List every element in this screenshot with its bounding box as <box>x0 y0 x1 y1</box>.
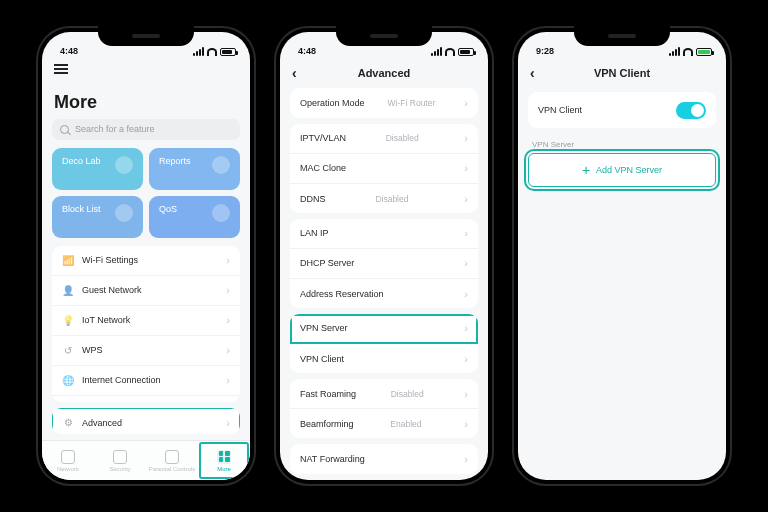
chevron-right-icon: › <box>464 227 468 239</box>
battery-icon <box>458 48 474 56</box>
more-tab-icon <box>217 450 231 464</box>
clock: 9:28 <box>536 46 554 56</box>
row-advanced[interactable]: ⚙Advanced› <box>52 408 240 434</box>
chevron-right-icon: › <box>464 322 468 334</box>
row-vpn-client-toggle: VPN Client <box>528 92 716 128</box>
header-title: VPN Client <box>594 67 650 79</box>
row-vpn-client[interactable]: VPN Client› <box>290 344 478 373</box>
group-nat: NAT Forwarding› <box>290 444 478 474</box>
row-address-reservation[interactable]: Address Reservation› <box>290 279 478 308</box>
chevron-right-icon: › <box>464 418 468 430</box>
chevron-right-icon: › <box>464 388 468 400</box>
group-mode: Operation ModeWi-Fi Router› <box>290 88 478 118</box>
chevron-right-icon: › <box>464 97 468 109</box>
row-lan-ip[interactable]: LAN IP› <box>290 219 478 249</box>
wifi-icon <box>207 48 217 56</box>
tab-security[interactable]: Security <box>94 441 146 480</box>
menu-icon[interactable] <box>54 64 68 74</box>
wifi-icon <box>683 48 693 56</box>
group-wireless: Fast RoamingDisabled› BeamformingEnabled… <box>290 379 478 438</box>
chevron-right-icon: › <box>464 288 468 300</box>
row-iptv-vlan[interactable]: IPTV/VLANDisabled› <box>290 124 478 154</box>
row-ddns[interactable]: DDNSDisabled› <box>290 184 478 213</box>
row-dhcp-server[interactable]: DHCP Server› <box>290 249 478 279</box>
guest-icon: 👤 <box>62 284 74 296</box>
row-operation-mode[interactable]: Operation ModeWi-Fi Router› <box>290 88 478 118</box>
phone-vpn-client: 9:28 ‹ VPN Client VPN Client VPN Server … <box>512 26 732 486</box>
group-network-ext: IPTV/VLANDisabled› MAC Clone› DDNSDisabl… <box>290 124 478 213</box>
row-fast-roaming[interactable]: Fast RoamingDisabled› <box>290 379 478 409</box>
plus-icon: + <box>582 163 590 177</box>
group-lan: LAN IP› DHCP Server› Address Reservation… <box>290 219 478 308</box>
row-internet-connection[interactable]: 🌐Internet Connection› <box>52 366 240 396</box>
wifi-settings-icon: 📶 <box>62 254 74 266</box>
section-vpn-server: VPN Server <box>528 134 716 153</box>
phone-advanced: 4:48 ‹ Advanced Operation ModeWi-Fi Rout… <box>274 26 494 486</box>
signal-icon <box>193 47 204 56</box>
search-input[interactable]: Search for a feature <box>52 119 240 140</box>
tile-qos[interactable]: QoS <box>149 196 240 238</box>
header: ‹ VPN Client <box>518 58 726 88</box>
network-tab-icon <box>61 450 75 464</box>
back-button[interactable]: ‹ <box>292 65 297 81</box>
signal-icon <box>431 47 442 56</box>
group-vpn: VPN Server› VPN Client› <box>290 314 478 373</box>
chevron-right-icon: › <box>226 344 230 356</box>
vpn-toggle-list: VPN Client <box>528 92 716 128</box>
advanced-list: ⚙Advanced› <box>52 408 240 434</box>
vpn-client-toggle[interactable] <box>676 102 706 119</box>
tile-block-list[interactable]: Block List <box>52 196 143 238</box>
chevron-right-icon: › <box>226 284 230 296</box>
row-mac-clone[interactable]: MAC Clone› <box>290 154 478 184</box>
row-wifi-settings[interactable]: 📶Wi-Fi Settings› <box>52 246 240 276</box>
chevron-right-icon: › <box>464 132 468 144</box>
row-iot-network[interactable]: 💡IoT Network› <box>52 306 240 336</box>
topbar <box>42 58 250 88</box>
tile-reports[interactable]: Reports <box>149 148 240 190</box>
chevron-right-icon: › <box>464 257 468 269</box>
clock: 4:48 <box>298 46 316 56</box>
row-network-optimization[interactable]: ✳Network Optimization› <box>52 396 240 402</box>
tab-network[interactable]: Network <box>42 441 94 480</box>
add-vpn-server-button[interactable]: + Add VPN Server <box>528 153 716 187</box>
chevron-right-icon: › <box>226 374 230 386</box>
search-icon <box>60 125 69 134</box>
lab-icon <box>115 156 133 174</box>
qos-icon <box>212 204 230 222</box>
header: ‹ Advanced <box>280 58 488 88</box>
feature-tiles: Deco Lab Reports Block List QoS <box>52 148 240 238</box>
row-wps[interactable]: ↺WPS› <box>52 336 240 366</box>
row-guest-network[interactable]: 👤Guest Network› <box>52 276 240 306</box>
tile-deco-lab[interactable]: Deco Lab <box>52 148 143 190</box>
gear-icon: ⚙ <box>62 417 74 429</box>
battery-icon <box>220 48 236 56</box>
chevron-right-icon: › <box>464 193 468 205</box>
phone-more: 4:48 More Search for a feature Deco Lab … <box>36 26 256 486</box>
parental-tab-icon <box>165 450 179 464</box>
clock: 4:48 <box>60 46 78 56</box>
row-vpn-server[interactable]: VPN Server› <box>290 314 478 344</box>
internet-icon: 🌐 <box>62 374 74 386</box>
block-icon <box>115 204 133 222</box>
tab-parental[interactable]: Parental Controls <box>146 441 198 480</box>
chevron-right-icon: › <box>226 314 230 326</box>
header-title: Advanced <box>358 67 411 79</box>
chevron-right-icon: › <box>464 353 468 365</box>
wps-icon: ↺ <box>62 344 74 356</box>
page-title: More <box>52 88 240 119</box>
signal-icon <box>669 47 680 56</box>
tab-bar: Network Security Parental Controls More <box>42 440 250 480</box>
chevron-right-icon: › <box>464 453 468 465</box>
iot-icon: 💡 <box>62 314 74 326</box>
row-nat-forwarding[interactable]: NAT Forwarding› <box>290 444 478 474</box>
security-tab-icon <box>113 450 127 464</box>
row-beamforming[interactable]: BeamformingEnabled› <box>290 409 478 438</box>
tab-more[interactable]: More <box>198 441 250 480</box>
chevron-right-icon: › <box>226 254 230 266</box>
wifi-icon <box>445 48 455 56</box>
back-button[interactable]: ‹ <box>530 65 535 81</box>
chevron-right-icon: › <box>226 417 230 429</box>
battery-charging-icon <box>696 48 712 56</box>
settings-list: 📶Wi-Fi Settings› 👤Guest Network› 💡IoT Ne… <box>52 246 240 402</box>
chevron-right-icon: › <box>464 162 468 174</box>
